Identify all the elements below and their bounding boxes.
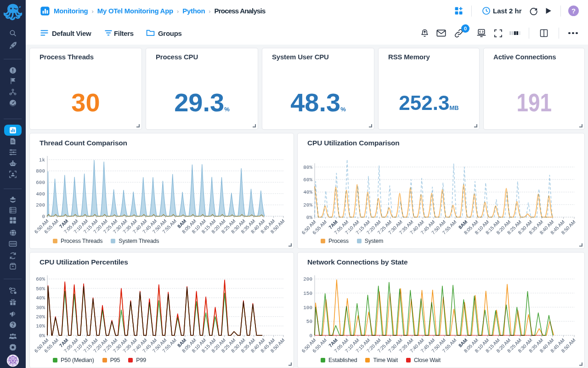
svg-text:60%: 60% xyxy=(36,276,45,282)
svg-text:0%: 0% xyxy=(306,215,313,220)
svg-text:150: 150 xyxy=(303,291,312,296)
svg-text:40%: 40% xyxy=(36,295,45,301)
svg-text:0%: 0% xyxy=(39,333,45,339)
svg-text:80%: 80% xyxy=(303,165,312,170)
svg-text:200: 200 xyxy=(36,202,45,208)
svg-text:600: 600 xyxy=(36,180,45,185)
svg-text:50: 50 xyxy=(306,319,312,324)
svg-text:200: 200 xyxy=(303,276,312,282)
svg-text:1k: 1k xyxy=(39,157,45,163)
svg-text:800: 800 xyxy=(36,168,45,174)
svg-text:10%: 10% xyxy=(36,323,45,329)
svg-text:100: 100 xyxy=(303,305,312,310)
svg-text:20%: 20% xyxy=(36,314,45,320)
svg-text:20%: 20% xyxy=(303,202,312,208)
svg-text:400: 400 xyxy=(36,191,45,197)
svg-text:40%: 40% xyxy=(303,190,312,195)
svg-text:30%: 30% xyxy=(36,305,45,310)
svg-text:60%: 60% xyxy=(303,177,312,183)
svg-text:50%: 50% xyxy=(36,286,45,292)
